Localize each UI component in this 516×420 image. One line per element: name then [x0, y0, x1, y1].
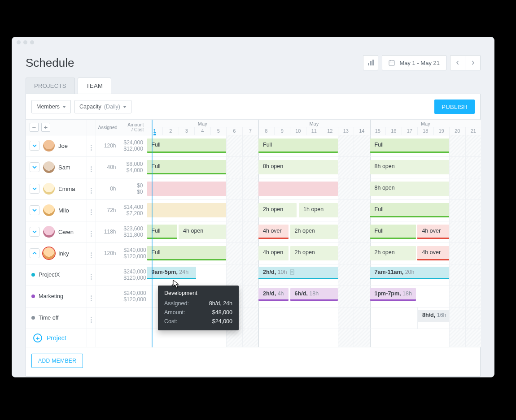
capacity-bar[interactable]: Full: [370, 225, 416, 239]
avatar: [43, 183, 55, 195]
member-row-inky: Inky 120h $240,000$120,000 Full 4h open …: [26, 242, 481, 264]
capacity-bar[interactable]: [258, 182, 338, 196]
row-menu-button[interactable]: [91, 252, 92, 258]
row-menu-button[interactable]: [91, 209, 92, 215]
month-label: May: [370, 120, 481, 127]
capacity-bar[interactable]: 8h open: [258, 160, 338, 174]
project-color-dot: [31, 273, 35, 277]
capacity-bar[interactable]: 2h open: [370, 246, 416, 260]
chart-toggle-button[interactable]: [363, 55, 378, 70]
row-menu-button[interactable]: [91, 274, 92, 280]
capacity-bar[interactable]: Full: [370, 139, 450, 153]
row-menu-button[interactable]: [91, 188, 92, 194]
assignment-bar[interactable]: 2h/d, 4h: [258, 288, 289, 301]
day-header[interactable]: 3: [179, 127, 195, 135]
assignment-bar[interactable]: 7am-11am, 20h: [370, 267, 450, 279]
project-row-timeoff: Time off 8h/d, 16h: [26, 307, 481, 329]
assignment-bar[interactable]: 9am-5pm, 24h: [147, 267, 196, 279]
row-expander[interactable]: [30, 248, 39, 258]
capacity-bar[interactable]: 4h open: [258, 246, 289, 260]
capacity-bar[interactable]: 8h open: [370, 160, 450, 174]
row-expander[interactable]: [30, 162, 39, 172]
members-dropdown[interactable]: Members: [31, 100, 71, 113]
capacity-bar[interactable]: Full: [147, 246, 227, 260]
capacity-bar[interactable]: 4h over: [417, 225, 449, 239]
assignment-bar[interactable]: 2h/d, 10h: [258, 267, 338, 279]
capacity-bar[interactable]: 2h open: [290, 246, 338, 260]
capacity-bar[interactable]: 4h over: [417, 246, 449, 260]
row-menu-button[interactable]: [91, 317, 92, 323]
chevron-right-icon: [471, 61, 475, 65]
row-expander[interactable]: [30, 141, 39, 151]
app-window: Schedule May 1 - May 21: [12, 37, 494, 377]
day-header[interactable]: 13: [338, 127, 354, 135]
collapse-all-button[interactable]: −: [30, 123, 39, 132]
assignment-bar[interactable]: 6h/d, 18h: [290, 288, 338, 301]
row-expander[interactable]: [30, 205, 39, 215]
capacity-bar[interactable]: 2h open: [290, 225, 338, 239]
assigned-value: 118h: [96, 221, 120, 242]
capacity-bar[interactable]: [147, 182, 227, 196]
day-header[interactable]: 12: [322, 127, 338, 135]
capacity-bar[interactable]: 4h over: [258, 225, 289, 239]
expand-all-button[interactable]: +: [41, 123, 50, 132]
day-header[interactable]: 8: [258, 127, 275, 135]
day-header[interactable]: 21: [465, 127, 481, 135]
assigned-value: 120h: [96, 242, 120, 264]
day-header[interactable]: 10: [290, 127, 306, 135]
capacity-bar[interactable]: 8h open: [370, 182, 450, 196]
tooltip-title: Development: [164, 290, 232, 296]
add-member-button[interactable]: ADD MEMBER: [31, 354, 83, 368]
row-menu-button[interactable]: [91, 166, 92, 172]
member-name: Joe: [58, 143, 68, 149]
add-project-row: ＋ Project: [26, 329, 481, 347]
day-header[interactable]: 14: [354, 127, 370, 135]
row-menu-button[interactable]: [91, 295, 92, 301]
capacity-bar[interactable]: Full: [147, 139, 227, 153]
next-range-button[interactable]: [465, 55, 481, 70]
day-header[interactable]: 15: [370, 127, 386, 135]
svg-rect-2: [372, 60, 374, 65]
day-header[interactable]: 6: [227, 127, 243, 135]
member-name: Gwen: [58, 229, 74, 235]
capacity-bar[interactable]: [147, 203, 227, 217]
day-header[interactable]: 11: [306, 127, 322, 135]
day-header[interactable]: 20: [450, 127, 466, 135]
bar-chart-icon: [367, 59, 374, 66]
day-header[interactable]: 18: [418, 127, 434, 135]
row-expander[interactable]: [30, 184, 39, 194]
capacity-bar[interactable]: Full: [147, 160, 227, 174]
day-header[interactable]: 5: [210, 127, 227, 135]
window-dot: [23, 40, 27, 44]
calendar-icon: [389, 60, 395, 66]
day-header[interactable]: 16: [386, 127, 402, 135]
row-menu-button[interactable]: [91, 231, 92, 237]
day-header[interactable]: 1: [147, 127, 163, 135]
day-header[interactable]: 4: [195, 127, 211, 135]
row-expander[interactable]: [30, 227, 39, 237]
day-header[interactable]: 9: [274, 127, 290, 135]
prev-range-button[interactable]: [450, 55, 465, 70]
add-project-button[interactable]: ＋ Project: [30, 329, 83, 347]
capacity-bar[interactable]: Full: [258, 139, 338, 153]
assigned-value: 0h: [96, 178, 120, 199]
avatar: [43, 204, 55, 216]
capacity-bar[interactable]: 2h open: [258, 203, 297, 217]
capacity-bar[interactable]: 1h open: [299, 203, 338, 217]
assignment-bar[interactable]: 1pm-7pm, 18h: [370, 288, 416, 301]
window-dot: [30, 40, 34, 44]
capacity-dropdown[interactable]: Capacity (Daily): [74, 100, 131, 113]
day-header[interactable]: 7: [242, 127, 258, 135]
cost-value: $12,000: [124, 146, 143, 152]
row-menu-button[interactable]: [91, 145, 92, 151]
day-header[interactable]: 19: [433, 127, 450, 135]
capacity-bar[interactable]: Full: [370, 203, 450, 217]
tab-projects[interactable]: PROJECTS: [26, 78, 75, 94]
publish-button[interactable]: PUBLISH: [434, 100, 475, 114]
date-range-picker[interactable]: May 1 - May 21: [382, 55, 446, 70]
day-header[interactable]: 2: [163, 127, 179, 135]
capacity-bar[interactable]: 4h open: [179, 225, 226, 239]
tab-team[interactable]: TEAM: [78, 78, 111, 94]
day-header[interactable]: 17: [402, 127, 418, 135]
assignment-bar[interactable]: 8h/d, 16h: [418, 310, 449, 322]
